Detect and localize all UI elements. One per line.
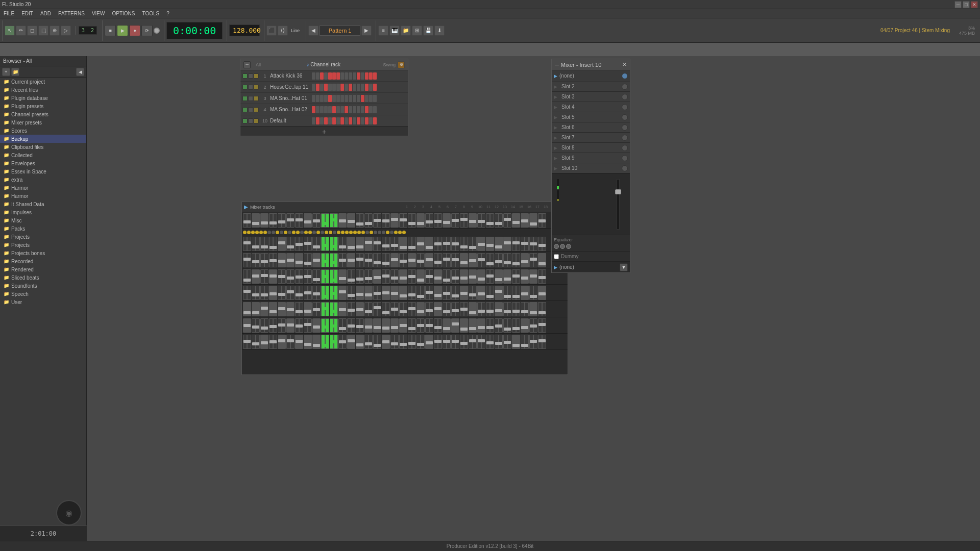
pad-2-12[interactable]: [361, 95, 364, 102]
fader-cell-3-8[interactable]: [312, 269, 321, 284]
pad-1-7[interactable]: [340, 84, 344, 91]
fader-cell-0-23[interactable]: [443, 213, 451, 228]
fader-cell-6-33[interactable]: [529, 318, 537, 333]
fader-cell-1-26[interactable]: [469, 237, 477, 251]
fader-cell-2-11[interactable]: [338, 253, 347, 267]
fader-cell-0-7[interactable]: [304, 213, 312, 228]
fader-cell-6-29[interactable]: [495, 318, 503, 333]
fader-cell-5-29[interactable]: [495, 302, 503, 316]
ch-solo-3[interactable]: [248, 96, 253, 101]
fader-cell-3-17[interactable]: [390, 269, 399, 284]
browser-item-speech[interactable]: 📁 Speech: [0, 290, 86, 298]
fader-cell-2-10[interactable]: [330, 253, 338, 267]
zoom-tool[interactable]: ⊕: [50, 26, 60, 36]
fader-cell-7-14[interactable]: [364, 335, 373, 349]
pad-0-8[interactable]: [345, 72, 348, 80]
pad-1-8[interactable]: [345, 84, 348, 91]
stop-button[interactable]: ■: [105, 25, 116, 36]
eq-knob-2[interactable]: [560, 244, 565, 249]
mixer-panel-minimize[interactable]: ─: [555, 62, 559, 68]
fader-cell-1-7[interactable]: [304, 237, 312, 251]
fader-cell-2-14[interactable]: [364, 253, 373, 267]
ch-solo-1[interactable]: [248, 73, 253, 79]
fader-cell-2-29[interactable]: [495, 253, 503, 267]
pad-0-7[interactable]: [340, 72, 344, 80]
loop-button[interactable]: ⟳: [141, 25, 153, 36]
pad-0-15[interactable]: [373, 72, 377, 80]
fader-cell-7-1[interactable]: [252, 335, 260, 349]
pad-3-5[interactable]: [332, 106, 336, 113]
fader-cell-1-10[interactable]: [330, 237, 338, 251]
pad-4-3[interactable]: [324, 117, 328, 124]
fader-cell-7-2[interactable]: [260, 335, 268, 349]
fader-cell-7-9[interactable]: [321, 335, 329, 349]
fader-cell-5-8[interactable]: [312, 302, 321, 316]
pad-0-11[interactable]: [357, 72, 360, 80]
eq-knob-1[interactable]: [554, 244, 559, 249]
fader-cell-6-26[interactable]: [469, 318, 477, 333]
fader-cell-7-29[interactable]: [495, 335, 503, 349]
ch-solo-4[interactable]: [248, 107, 253, 112]
fader-cell-3-32[interactable]: [521, 269, 529, 284]
fader-cell-4-22[interactable]: [434, 286, 442, 300]
pad-2-15[interactable]: [373, 95, 377, 102]
fader-cell-5-28[interactable]: [486, 302, 494, 316]
fader-cell-7-6[interactable]: [295, 335, 303, 349]
fader-cell-4-9[interactable]: [321, 286, 329, 300]
fader-cell-6-18[interactable]: [399, 318, 407, 333]
fader-cell-0-12[interactable]: [347, 213, 355, 228]
pad-0-4[interactable]: [328, 72, 332, 80]
fader-cell-4-30[interactable]: [503, 286, 511, 300]
fader-cell-1-14[interactable]: [364, 237, 373, 251]
pad-1-2[interactable]: [320, 84, 324, 91]
maximize-button[interactable]: □: [963, 1, 970, 8]
pad-1-0[interactable]: [312, 84, 315, 91]
fader-cell-4-1[interactable]: [252, 286, 260, 300]
fader-cell-5-34[interactable]: [538, 302, 546, 316]
bottom-circle-button[interactable]: ◉: [56, 500, 82, 525]
slot-knob-10[interactable]: [622, 165, 628, 171]
fader-cell-1-21[interactable]: [425, 237, 433, 251]
fader-cell-0-28[interactable]: [486, 213, 494, 228]
channel-name-2[interactable]: HouseGe..lap 11: [270, 84, 311, 90]
browser-item-user[interactable]: 📁 User: [0, 298, 86, 306]
fader-cell-2-3[interactable]: [269, 253, 277, 267]
fader-cell-2-19[interactable]: [408, 253, 416, 267]
fader-cell-0-27[interactable]: [477, 213, 485, 228]
fader-cell-4-13[interactable]: [356, 286, 364, 300]
fader-cell-3-33[interactable]: [529, 269, 537, 284]
ch-solo-10[interactable]: [248, 118, 253, 123]
fader-cell-3-7[interactable]: [304, 269, 312, 284]
fader-cell-0-32[interactable]: [521, 213, 529, 228]
fader-cell-2-32[interactable]: [521, 253, 529, 267]
fader-cell-3-1[interactable]: [252, 269, 260, 284]
fader-cell-0-3[interactable]: [269, 213, 277, 228]
pad-2-10[interactable]: [353, 95, 356, 102]
line-mode[interactable]: Line: [289, 28, 302, 33]
fader-cell-4-15[interactable]: [373, 286, 381, 300]
menu-help[interactable]: ?: [165, 11, 171, 16]
fader-cell-7-26[interactable]: [469, 335, 477, 349]
fader-cell-6-20[interactable]: [416, 318, 425, 333]
fader-cell-2-4[interactable]: [278, 253, 286, 267]
fader-cell-1-20[interactable]: [416, 237, 425, 251]
mixer-slot-4[interactable]: ▶ Slot 4: [552, 102, 630, 112]
select-tool[interactable]: ⬚: [38, 26, 48, 36]
browser-item-recent-files[interactable]: 📁 Recent files: [0, 86, 86, 94]
pad-4-15[interactable]: [373, 117, 377, 124]
channel-rack-minimize[interactable]: ─: [243, 61, 251, 68]
fader-cell-7-15[interactable]: [373, 335, 381, 349]
fader-cell-1-5[interactable]: [286, 237, 295, 251]
fader-cell-5-2[interactable]: [260, 302, 268, 316]
fader-cell-4-8[interactable]: [312, 286, 321, 300]
browser-item-backup[interactable]: 📁 Backup: [0, 135, 86, 143]
fader-cell-0-17[interactable]: [390, 213, 399, 228]
fader-cell-6-31[interactable]: [512, 318, 520, 333]
erase-tool[interactable]: ◻: [27, 26, 37, 36]
fader-cell-1-12[interactable]: [347, 237, 355, 251]
fader-cell-6-2[interactable]: [260, 318, 268, 333]
fader-cell-6-28[interactable]: [486, 318, 494, 333]
browser-item-packs[interactable]: 📁 Packs: [0, 224, 86, 233]
pad-4-11[interactable]: [357, 117, 360, 124]
fader-cell-5-15[interactable]: [373, 302, 381, 316]
